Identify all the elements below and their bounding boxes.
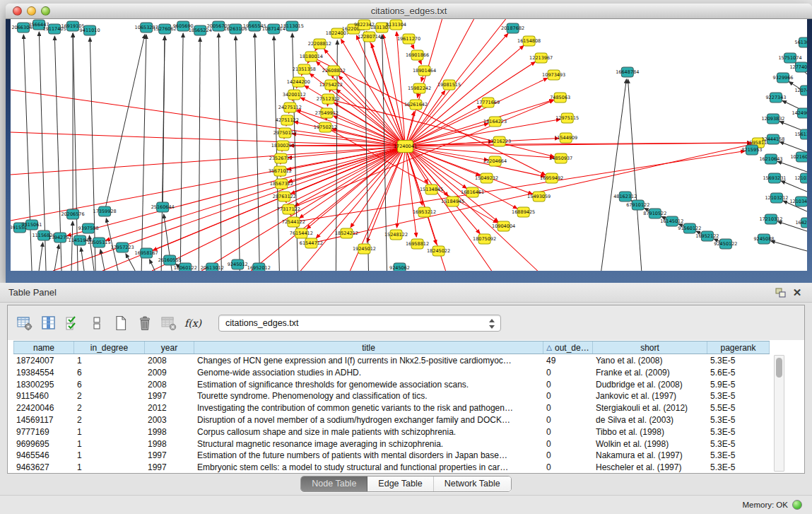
graph-edge[interactable] bbox=[90, 37, 95, 271]
graph-node[interactable]: 16261642 bbox=[404, 100, 428, 110]
function-builder-icon[interactable]: f(x) bbox=[182, 312, 204, 334]
graph-node[interactable]: 9245062 bbox=[389, 263, 410, 271]
graph-node[interactable]: 10904004 bbox=[492, 221, 515, 231]
graph-edge[interactable] bbox=[397, 146, 406, 228]
table-cell[interactable]: Franke et al. (2009) bbox=[593, 367, 707, 379]
graph-node[interactable]: 16958812 bbox=[406, 239, 429, 249]
graph-node[interactable]: 16953212 bbox=[413, 207, 436, 217]
graph-node[interactable]: 61544712 bbox=[300, 238, 323, 248]
graph-node[interactable]: 24275112 bbox=[278, 103, 302, 112]
graph-edge[interactable] bbox=[405, 90, 445, 146]
graph-node[interactable]: 16952012 bbox=[247, 263, 271, 271]
graph-node[interactable]: 18245022 bbox=[427, 246, 450, 256]
table-cell[interactable]: 1 bbox=[74, 450, 145, 462]
table-cell[interactable]: 1997 bbox=[145, 462, 194, 473]
graph-node[interactable]: 22208812 bbox=[308, 39, 331, 49]
graph-edge[interactable] bbox=[54, 245, 59, 271]
graph-edge[interactable] bbox=[255, 33, 260, 271]
table-cell[interactable]: Tourette syndrome. Phenomenology and cla… bbox=[194, 390, 543, 402]
table-cell[interactable]: Tibbo et al. (1998) bbox=[593, 426, 707, 438]
column-header-pagerank[interactable]: pagerank bbox=[707, 341, 770, 354]
graph-edge[interactable] bbox=[771, 241, 807, 251]
graph-node[interactable]: 10216012 bbox=[790, 152, 807, 162]
graph-edge[interactable] bbox=[601, 79, 627, 271]
table-cell[interactable]: 0 bbox=[543, 426, 593, 438]
table-row[interactable]: 946554611997Estimation of the future num… bbox=[13, 450, 804, 462]
graph-node[interactable]: 35671012 bbox=[269, 166, 292, 176]
graph-edge[interactable] bbox=[365, 32, 369, 271]
graph-node[interactable]: 16959492 bbox=[540, 173, 563, 183]
graph-node[interactable]: 16816461 bbox=[461, 187, 484, 197]
table-cell[interactable]: 1 bbox=[74, 355, 145, 367]
graph-node[interactable]: 17771669 bbox=[476, 98, 500, 107]
graph-node[interactable]: 20187682 bbox=[501, 23, 524, 33]
graph-node[interactable]: 27512312 bbox=[317, 94, 340, 104]
graph-node[interactable]: 5613012 bbox=[795, 37, 807, 47]
table-cell[interactable]: Structural magnetic resonance image aver… bbox=[194, 438, 543, 450]
table-cell[interactable]: 1997 bbox=[145, 390, 194, 402]
table-row[interactable]: 1456911722003Disruption of a novel membe… bbox=[13, 414, 804, 426]
column-header-title[interactable]: title bbox=[194, 341, 543, 354]
graph-node[interactable]: 17359928 bbox=[93, 206, 117, 216]
table-cell[interactable]: 19384554 bbox=[13, 367, 74, 379]
table-cell[interactable]: Changes of HCN gene expression and I(f) … bbox=[194, 355, 543, 367]
table-cell[interactable]: 2 bbox=[74, 402, 145, 414]
graph-node[interactable]: 21351358 bbox=[293, 64, 316, 74]
column-header-name[interactable]: name bbox=[13, 341, 74, 354]
table-cell[interactable]: Hescheler et al. (1997) bbox=[593, 462, 707, 473]
graph-edge[interactable] bbox=[11, 90, 405, 146]
table-cell[interactable]: Nakamura et al. (1997) bbox=[593, 450, 707, 462]
table-cell[interactable]: 5.3E-5 bbox=[707, 414, 770, 426]
table-cell[interactable]: 1998 bbox=[145, 438, 194, 450]
graph-edge[interactable] bbox=[67, 146, 406, 235]
graph-node[interactable]: 19245012 bbox=[353, 244, 376, 254]
table-cell[interactable]: Estimation of significance thresholds fo… bbox=[194, 379, 543, 391]
table-row[interactable]: 977716911998Corpus callosum shape and si… bbox=[13, 426, 804, 438]
graph-edge[interactable] bbox=[199, 37, 200, 271]
graph-node[interactable]: 12103112 bbox=[794, 173, 807, 183]
table-cell[interactable]: 5.3E-5 bbox=[707, 426, 770, 438]
table-cell[interactable]: Genome-wide association studies in ADHD. bbox=[194, 367, 543, 379]
graph-node[interactable]: 12280714 bbox=[358, 32, 381, 42]
graph-edge[interactable] bbox=[141, 35, 146, 271]
graph-node[interactable]: 15751074 bbox=[778, 53, 801, 63]
table-row[interactable]: 1830029562008Estimation of significance … bbox=[13, 379, 804, 391]
graph-edge[interactable] bbox=[39, 243, 43, 271]
table-row[interactable]: 911546021997Tourette syndrome. Phenomeno… bbox=[13, 390, 804, 402]
table-cell[interactable]: 0 bbox=[543, 462, 593, 473]
table-cell[interactable]: 9777169 bbox=[13, 426, 74, 438]
graph-node[interactable]: 22608812 bbox=[322, 66, 346, 76]
graph-node[interactable]: 17957223 bbox=[111, 243, 134, 252]
graph-edge[interactable] bbox=[405, 146, 480, 175]
network-canvas[interactable]: 1724004120187682161548081221396710973493… bbox=[11, 19, 807, 271]
column-header-year[interactable]: year bbox=[145, 341, 194, 354]
table-cell[interactable]: Stergiakouli et al. (2012) bbox=[593, 402, 707, 414]
table-cell[interactable]: 2003 bbox=[145, 414, 194, 426]
graph-edge[interactable] bbox=[105, 35, 145, 211]
graph-edge[interactable] bbox=[628, 79, 641, 271]
table-cell[interactable]: 1997 bbox=[145, 450, 194, 462]
graph-edge[interactable] bbox=[106, 146, 406, 240]
tab-node-table[interactable]: Node Table bbox=[301, 477, 367, 491]
table-cell[interactable]: 5.9E-5 bbox=[707, 379, 770, 391]
table-cell[interactable]: 1 bbox=[74, 462, 145, 473]
graph-edge[interactable] bbox=[126, 254, 135, 271]
graph-edge[interactable] bbox=[150, 259, 155, 271]
table-cell[interactable]: 14569117 bbox=[13, 414, 74, 426]
table-cell[interactable]: 9465546 bbox=[13, 450, 74, 462]
table-cell[interactable]: 0 bbox=[543, 450, 593, 462]
graph-edge[interactable] bbox=[218, 33, 221, 271]
vertical-scrollbar[interactable] bbox=[774, 355, 784, 472]
graph-node[interactable]: 12213967 bbox=[529, 53, 553, 63]
graph-node[interactable]: 10973493 bbox=[542, 70, 565, 80]
graph-node[interactable]: 18164223 bbox=[483, 117, 507, 127]
table-cell[interactable]: 2 bbox=[74, 390, 145, 402]
table-cell[interactable]: Wolkin et al. (1998) bbox=[593, 438, 707, 450]
graph-node[interactable]: 17210312 bbox=[759, 214, 782, 224]
graph-edge[interactable] bbox=[251, 146, 405, 271]
table-cell[interactable]: 1998 bbox=[145, 426, 194, 438]
graph-node[interactable]: 20613012 bbox=[201, 263, 224, 271]
graph-node[interactable]: 12074112 bbox=[794, 86, 807, 95]
table-cell[interactable]: 5.3E-5 bbox=[707, 355, 770, 367]
table-cell[interactable]: Yano et al. (2008) bbox=[593, 355, 707, 367]
